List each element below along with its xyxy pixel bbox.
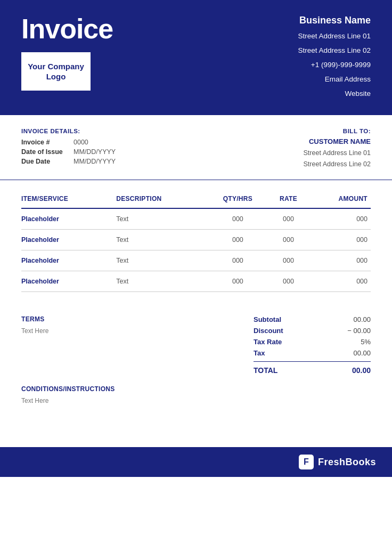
customer-name: CUSTOMER NAME bbox=[304, 137, 371, 145]
table-header-row: ITEM/SERVICE DESCRIPTION QTY/HRS RATE AM… bbox=[21, 190, 371, 208]
bill-address-line2: Street Address Line 02 bbox=[304, 159, 371, 170]
conditions-section: CONDITIONS/INSTRUCTIONS Text Here bbox=[0, 385, 392, 415]
table-row: Placeholder Text 000 000 000 bbox=[21, 271, 371, 292]
due-date-row: Due Date MM/DD/YYYY bbox=[21, 158, 116, 165]
tax-row: Tax 00.00 bbox=[254, 349, 371, 357]
tax-rate-row: Tax Rate 5% bbox=[254, 338, 371, 346]
address-line2: Street Address Line 02 bbox=[298, 45, 371, 57]
row-desc-1: Text bbox=[116, 230, 208, 250]
discount-row: Discount − 00.00 bbox=[254, 327, 371, 335]
date-of-issue-value: MM/DD/YYYY bbox=[74, 148, 116, 156]
invoice-number-value: 0000 bbox=[74, 139, 88, 146]
terms-block: TERMS Text Here bbox=[21, 315, 48, 335]
row-qty-0: 000 bbox=[208, 208, 270, 230]
conditions-title: CONDITIONS/INSTRUCTIONS bbox=[21, 385, 371, 393]
row-rate-3: 000 bbox=[271, 271, 310, 292]
invoice-number-row: Invoice # 0000 bbox=[21, 139, 116, 146]
footer: F FreshBooks bbox=[0, 447, 392, 477]
subtotal-label: Subtotal bbox=[254, 315, 281, 323]
subtotal-value: 00.00 bbox=[353, 315, 371, 323]
row-amount-0: 000 bbox=[309, 208, 371, 230]
subtotal-row: Subtotal 00.00 bbox=[254, 315, 371, 323]
bill-to-block: BILL TO: CUSTOMER NAME Street Address Li… bbox=[304, 128, 371, 171]
items-table: ITEM/SERVICE DESCRIPTION QTY/HRS RATE AM… bbox=[21, 190, 371, 292]
business-name: Business Name bbox=[298, 15, 371, 26]
total-value: 00.00 bbox=[352, 366, 371, 375]
discount-value: − 00.00 bbox=[347, 327, 371, 335]
row-rate-1: 000 bbox=[271, 230, 310, 250]
bill-address-line1: Street Address Line 01 bbox=[304, 148, 371, 159]
website: Website bbox=[298, 88, 371, 100]
header: Invoice Your Company Logo Business Name … bbox=[0, 0, 392, 115]
row-rate-0: 000 bbox=[271, 208, 310, 230]
tax-rate-label: Tax Rate bbox=[254, 338, 282, 346]
header-left: Invoice Your Company Logo bbox=[21, 15, 113, 91]
row-item-0: Placeholder bbox=[21, 208, 116, 230]
row-qty-1: 000 bbox=[208, 230, 270, 250]
row-qty-2: 000 bbox=[208, 250, 270, 271]
totals-block: Subtotal 00.00 Discount − 00.00 Tax Rate… bbox=[254, 315, 371, 375]
row-amount-1: 000 bbox=[309, 230, 371, 250]
row-desc-3: Text bbox=[116, 271, 208, 292]
row-item-1: Placeholder bbox=[21, 230, 116, 250]
phone: +1 (999)-999-9999 bbox=[298, 59, 371, 71]
freshbooks-icon: F bbox=[299, 455, 314, 469]
row-desc-2: Text bbox=[116, 250, 208, 271]
total-label: TOTAL bbox=[254, 366, 277, 375]
row-rate-2: 000 bbox=[271, 250, 310, 271]
col-qty: QTY/HRS bbox=[208, 190, 270, 208]
table-row: Placeholder Text 000 000 000 bbox=[21, 250, 371, 271]
header-right: Business Name Street Address Line 01 Str… bbox=[298, 15, 371, 100]
col-amount: AMOUNT bbox=[309, 190, 371, 208]
address-line1: Street Address Line 01 bbox=[298, 30, 371, 43]
row-amount-2: 000 bbox=[309, 250, 371, 271]
date-of-issue-row: Date of Issue MM/DD/YYYY bbox=[21, 148, 116, 156]
terms-text: Text Here bbox=[21, 327, 48, 335]
bottom-section: TERMS Text Here Subtotal 00.00 Discount … bbox=[0, 303, 392, 385]
conditions-text: Text Here bbox=[21, 397, 371, 404]
totals-divider bbox=[254, 361, 371, 362]
col-rate: RATE bbox=[271, 190, 310, 208]
row-qty-3: 000 bbox=[208, 271, 270, 292]
company-logo: Your Company Logo bbox=[21, 52, 91, 91]
details-section: INVOICE DETAILS: Invoice # 0000 Date of … bbox=[0, 115, 392, 181]
terms-title: TERMS bbox=[21, 315, 48, 323]
table-section: ITEM/SERVICE DESCRIPTION QTY/HRS RATE AM… bbox=[0, 180, 392, 292]
row-item-2: Placeholder bbox=[21, 250, 116, 271]
bill-to-label: BILL TO: bbox=[304, 128, 371, 134]
invoice-details-block: INVOICE DETAILS: Invoice # 0000 Date of … bbox=[21, 128, 116, 167]
due-date-value: MM/DD/YYYY bbox=[74, 158, 116, 165]
col-item: ITEM/SERVICE bbox=[21, 190, 116, 208]
invoice-number-label: Invoice # bbox=[21, 139, 64, 146]
row-desc-0: Text bbox=[116, 208, 208, 230]
total-row: TOTAL 00.00 bbox=[254, 366, 371, 375]
freshbooks-logo: F FreshBooks bbox=[299, 455, 376, 469]
freshbooks-name: FreshBooks bbox=[318, 457, 376, 468]
invoice-title: Invoice bbox=[21, 15, 113, 43]
tax-label: Tax bbox=[254, 349, 265, 357]
date-of-issue-label: Date of Issue bbox=[21, 148, 64, 156]
tax-value: 00.00 bbox=[353, 349, 371, 357]
col-description: DESCRIPTION bbox=[116, 190, 208, 208]
row-amount-3: 000 bbox=[309, 271, 371, 292]
discount-label: Discount bbox=[254, 327, 283, 335]
row-item-3: Placeholder bbox=[21, 271, 116, 292]
table-row: Placeholder Text 000 000 000 bbox=[21, 208, 371, 230]
tax-rate-value: 5% bbox=[361, 338, 371, 346]
due-date-label: Due Date bbox=[21, 158, 64, 165]
email: Email Address bbox=[298, 74, 371, 86]
table-row: Placeholder Text 000 000 000 bbox=[21, 230, 371, 250]
invoice-details-label: INVOICE DETAILS: bbox=[21, 128, 116, 134]
